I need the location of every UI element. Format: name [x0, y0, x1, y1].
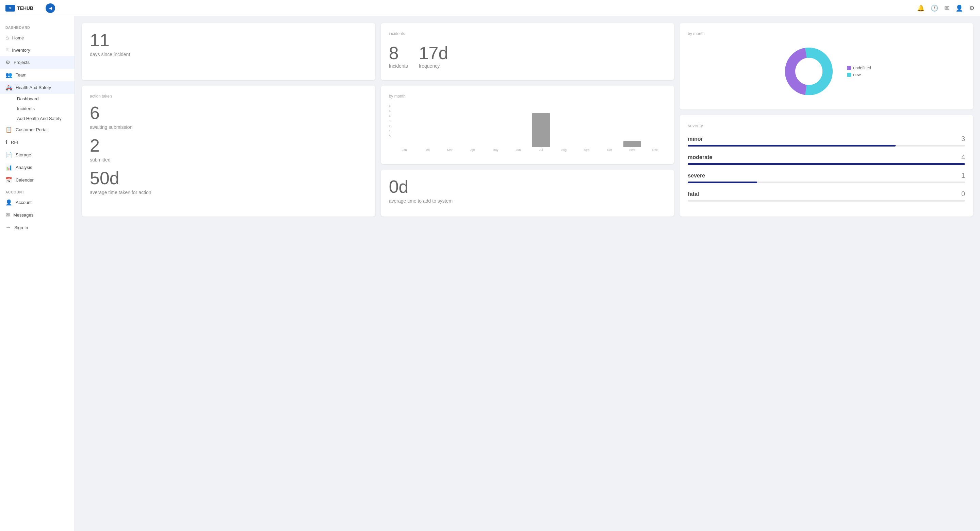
sidebar-item-label: Messages [13, 212, 33, 217]
awaiting-stat: 6 awaiting submission [90, 104, 367, 130]
incidents-count-item: 8 Incidents [389, 44, 408, 69]
severity-fatal: fatal 0 [688, 190, 965, 201]
submitted-number: 2 [90, 137, 367, 154]
sidebar-sub-incidents[interactable]: Incidents [14, 104, 75, 114]
incidents-frequency-label: frequency [419, 63, 449, 69]
sidebar-item-health-safety[interactable]: 🚑 Health And Safety [0, 81, 75, 94]
main-layout: DASHBOARD ⌂ Home ≡ Inventory ⚙ Projects … [0, 16, 980, 531]
sidebar-item-inventory[interactable]: ≡ Inventory [0, 44, 75, 56]
sidebar-item-rfi[interactable]: ℹ RFI [0, 136, 75, 149]
severity-minor-count: 3 [961, 135, 965, 143]
severity-minor-label: minor [688, 136, 703, 142]
y-label-4: 4 [389, 114, 391, 117]
days-label: days since incident [90, 52, 367, 57]
severity-severe: severe 1 [688, 172, 965, 183]
rfi-icon: ℹ [5, 139, 8, 146]
bar-x-label-feb: Feb [424, 148, 430, 152]
severity-severe-label: severe [688, 173, 705, 179]
awaiting-number: 6 [90, 104, 367, 122]
severity-moderate-label: moderate [688, 154, 712, 160]
sidebar-item-account[interactable]: 👤 Account [0, 196, 75, 209]
bar-rect-jul [532, 113, 550, 147]
severity-moderate-count: 4 [961, 153, 965, 161]
card-donut: by month undefined new [679, 23, 973, 109]
severity-moderate: moderate 4 [688, 153, 965, 165]
sidebar-item-analysis[interactable]: 📊 Analysis [0, 161, 75, 174]
bar-x-label-sep: Sep [584, 148, 589, 152]
y-label-5: 5 [389, 109, 391, 113]
sidebar-item-projects[interactable]: ⚙ Projects [0, 56, 75, 69]
sign-in-icon: → [5, 224, 11, 230]
inventory-icon: ≡ [5, 47, 8, 53]
legend-new: new [847, 72, 871, 77]
bar-column-dec: Dec [644, 111, 666, 152]
user-icon[interactable]: 👤 [956, 5, 963, 12]
sidebar-sub-add-has[interactable]: Add Health And Safety [14, 114, 75, 124]
account-icon: 👤 [5, 199, 12, 206]
sidebar-item-sign-in[interactable]: → Sign In [0, 221, 75, 233]
incidents-frequency: 17d [419, 44, 449, 62]
sidebar-item-calender[interactable]: 📅 Calender [0, 174, 75, 186]
bar-column-apr: Apr [462, 111, 484, 152]
clock-icon[interactable]: 🕐 [931, 5, 938, 12]
sidebar-item-label: Account [16, 200, 32, 205]
days-number: 11 [90, 31, 367, 49]
sidebar-sub-dashboard[interactable]: Dashboard [14, 94, 75, 104]
sidebar-item-home[interactable]: ⌂ Home [0, 32, 75, 44]
settings-icon[interactable]: ⚙ [969, 5, 975, 12]
sidebar-item-team[interactable]: 👥 Team [0, 69, 75, 81]
sidebar-item-label: Customer Portal [16, 127, 48, 132]
bar-x-label-jan: Jan [402, 148, 407, 152]
y-label-3: 3 [389, 119, 391, 123]
incidents-count-label: Incidents [389, 63, 408, 69]
severity-title: severity [688, 123, 965, 128]
account-section-label: ACCOUNT [0, 186, 75, 196]
top-bar: S TEHUB ◀ 🔔 🕐 ✉ 👤 ⚙ [0, 0, 980, 16]
bar-x-label-aug: Aug [561, 148, 566, 152]
main-content: 11 days since incident Incidents 8 Incid… [75, 16, 980, 531]
bar-column-jun: Jun [508, 111, 530, 152]
svg-point-2 [795, 58, 822, 85]
submitted-label: submitted [90, 157, 367, 163]
messages-icon: ✉ [5, 212, 10, 218]
incidents-frequency-item: 17d frequency [419, 44, 449, 69]
severity-minor: minor 3 [688, 135, 965, 146]
sidebar-item-label: Team [16, 72, 27, 78]
severity-moderate-track [688, 163, 965, 165]
storage-icon: 📄 [5, 152, 12, 158]
sidebar-item-label: Sign In [14, 225, 28, 230]
avg-time-stat: 50d average time taken for action [90, 169, 367, 195]
bar-x-label-mar: Mar [447, 148, 453, 152]
sidebar: DASHBOARD ⌂ Home ≡ Inventory ⚙ Projects … [0, 16, 75, 531]
severity-minor-track [688, 145, 965, 146]
sub-dashboard-label: Dashboard [17, 96, 39, 101]
sidebar-item-messages[interactable]: ✉ Messages [0, 209, 75, 221]
mail-icon[interactable]: ✉ [944, 5, 950, 12]
severity-severe-count: 1 [961, 172, 965, 179]
sidebar-item-storage[interactable]: 📄 Storage [0, 149, 75, 161]
bar-column-mar: Mar [439, 111, 461, 152]
y-label-2: 2 [389, 124, 391, 128]
top-bar-actions: 🔔 🕐 ✉ 👤 ⚙ [917, 5, 975, 12]
bar-column-jul: Jul [530, 111, 552, 152]
card-severity: severity minor 3 moderate 4 [679, 115, 973, 217]
sidebar-item-label: Health And Safety [16, 85, 51, 90]
bell-icon[interactable]: 🔔 [917, 5, 924, 12]
bar-chart-bars: JanFebMarAprMayJunJulAugSepOctNovDec [393, 104, 666, 152]
bar-x-label-nov: Nov [630, 148, 635, 152]
bar-x-label-dec: Dec [652, 148, 658, 152]
severity-moderate-fill [688, 163, 965, 165]
incidents-count: 8 [389, 44, 408, 62]
sidebar-item-label: Storage [16, 152, 31, 157]
sidebar-item-label: Projects [14, 60, 30, 65]
collapse-button[interactable]: ◀ [46, 3, 55, 13]
legend-dot-undefined [847, 66, 851, 70]
bar-x-label-jun: Jun [516, 148, 521, 152]
action-taken-title: action taken [90, 94, 367, 98]
logo-icon: S [5, 5, 15, 11]
incidents-title: Incidents [389, 31, 666, 36]
severity-fatal-track [688, 200, 965, 201]
sidebar-item-customer-portal[interactable]: 📋 Customer Portal [0, 124, 75, 136]
y-label-6: 6 [389, 104, 391, 108]
bar-column-aug: Aug [553, 111, 575, 152]
